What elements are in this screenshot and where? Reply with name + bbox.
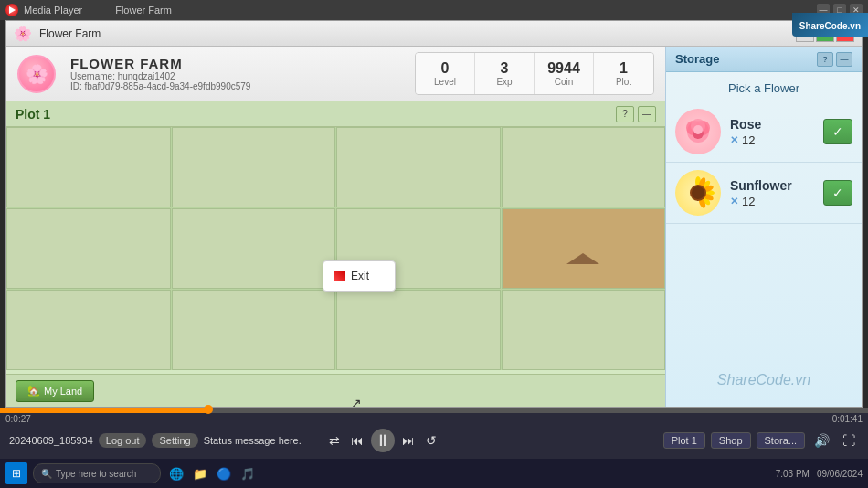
repeat-btn[interactable]: ↺ <box>422 431 440 450</box>
svg-marker-0 <box>9 6 16 14</box>
plot-cell-4[interactable] <box>502 127 666 207</box>
plot-area: Plot 1 ? — <box>6 101 665 407</box>
my-land-icon: 🏡 <box>27 385 40 397</box>
rose-num: 12 <box>742 133 755 147</box>
play-pause-btn[interactable]: ⏸ <box>371 429 395 452</box>
stat-level-value: 0 <box>441 60 450 77</box>
taskbar-time: 7:03 PM <box>776 469 810 479</box>
my-land-label: My Land <box>44 386 82 397</box>
progress-bar[interactable] <box>0 408 868 413</box>
rose-flower-item[interactable]: Rose ✕ 12 ✓ <box>666 101 862 163</box>
rose-count: ✕ 12 <box>730 133 814 147</box>
context-exit-item[interactable]: Exit <box>323 265 395 287</box>
stat-coin-value: 9944 <box>547 60 580 77</box>
rose-check-btn[interactable]: ✓ <box>823 119 852 144</box>
taskbar-search[interactable]: 🔍 Type here to search <box>33 463 161 483</box>
right-controls: Plot 1 Shop Stora... 🔊 ⛶ <box>663 431 859 450</box>
plot-question-btn[interactable]: ? <box>616 106 634 122</box>
stat-exp: 3 Exp <box>475 53 535 94</box>
storage-minimize-btn[interactable]: — <box>836 52 852 67</box>
game-container: 🌸 Flower Farm — □ ✕ 🌸 FLOWER FARM Userna… <box>5 20 863 408</box>
stat-exp-label: Exp <box>496 77 512 87</box>
player-name: FLOWER FARM <box>70 56 250 71</box>
stat-plot-label: Plot <box>616 77 631 87</box>
taskbar-search-icon: 🔍 <box>41 469 52 479</box>
taskbar-start-btn[interactable]: ⊞ <box>5 462 27 484</box>
plot-grid <box>6 127 665 370</box>
context-menu: Exit <box>323 260 396 292</box>
plot-cell-1[interactable] <box>6 127 171 207</box>
volume-btn[interactable]: 🔊 <box>810 431 833 450</box>
plot-cell-6[interactable] <box>172 208 336 289</box>
plot-minimize-btn[interactable]: — <box>638 106 656 122</box>
media-controls-area: 0:0:27 0:01:41 20240609_185934 Log out S… <box>0 408 868 459</box>
sunflower-flower-item[interactable]: Sunflower ✕ 12 ✓ <box>666 163 862 224</box>
plot-bottom-bar: 🏡 My Land <box>6 374 665 407</box>
taskbar-icon-explorer[interactable]: 📁 <box>190 463 210 483</box>
sunflower-details: Sunflower ✕ 12 <box>730 178 814 208</box>
next-btn[interactable]: ⏭ <box>398 431 418 450</box>
stat-coin: 9944 Coin <box>535 53 594 94</box>
shop-tab-btn[interactable]: Shop <box>711 432 751 449</box>
stat-plot-value: 1 <box>619 60 628 77</box>
taskbar: ⊞ 🔍 Type here to search 🌐 📁 🔵 🎵 7:03 PM … <box>0 459 868 488</box>
storage-header-buttons: ? — <box>817 52 852 67</box>
sunflower-count: ✕ 12 <box>730 195 814 208</box>
plot-header: Plot 1 ? — <box>6 101 665 127</box>
taskbar-search-placeholder: Type here to search <box>56 469 136 479</box>
my-land-btn[interactable]: 🏡 My Land <box>16 380 94 402</box>
progress-thumb <box>204 405 213 414</box>
storage-panel: Storage ? — Pick a Flower <box>665 47 862 407</box>
storage-title: Storage <box>675 52 719 66</box>
sharecode-overlay-text: ShareCode.vn <box>799 21 861 31</box>
media-player-label: Media Player <box>24 5 82 16</box>
taskbar-date: 09/06/2024 <box>817 469 863 479</box>
rose-name: Rose <box>730 117 814 132</box>
log-out-btn[interactable]: Log out <box>99 433 147 448</box>
fullscreen-btn[interactable]: ⛶ <box>839 431 859 450</box>
taskbar-icon-music[interactable]: 🎵 <box>238 463 258 483</box>
stat-level-label: Level <box>434 77 456 87</box>
stat-plot: 1 Plot <box>594 53 653 94</box>
game-title-tab: Flower Farm <box>115 5 172 16</box>
plot-cell-5[interactable] <box>6 208 171 289</box>
taskbar-icon-browser[interactable]: 🌐 <box>166 463 186 483</box>
stat-exp-value: 3 <box>501 60 509 77</box>
plot-cell-10[interactable] <box>172 290 336 370</box>
storage-question-btn[interactable]: ? <box>817 52 833 67</box>
game-title: Flower Farm <box>39 27 101 40</box>
plot-cell-8-soil[interactable] <box>502 208 666 289</box>
sunflower-check-mark: ✓ <box>832 186 843 200</box>
prev-btn[interactable]: ⏮ <box>347 431 367 450</box>
svg-point-6 <box>693 125 703 134</box>
time-labels: 0:0:27 0:01:41 <box>0 413 868 425</box>
plot-tab-btn[interactable]: Plot 1 <box>663 432 705 449</box>
svg-point-16 <box>692 186 704 199</box>
taskbar-app-icons: 🌐 📁 🔵 🎵 <box>166 463 258 483</box>
plot-cell-2[interactable] <box>172 127 336 207</box>
plot-cell-9[interactable] <box>6 290 171 370</box>
game-icon: 🌸 <box>14 25 32 42</box>
sunflower-svg <box>680 175 716 211</box>
storage-tab-btn[interactable]: Stora... <box>757 432 805 449</box>
sunflower-name: Sunflower <box>730 178 814 193</box>
sunflower-check-btn[interactable]: ✓ <box>823 180 852 206</box>
time-end: 0:01:41 <box>832 414 863 424</box>
plot-cell-3[interactable] <box>336 127 501 207</box>
media-player-outer: Media Player Flower Farm ShareCode.vn — … <box>0 0 868 488</box>
player-info: FLOWER FARM Username: hunqdzai1402 ID: f… <box>70 56 250 91</box>
rose-x-icon: ✕ <box>730 134 738 146</box>
sunflower-x-icon: ✕ <box>730 196 738 207</box>
shuffle-btn[interactable]: ⇄ <box>325 431 344 450</box>
player-avatar: 🌸 <box>17 55 56 93</box>
plot-cell-12[interactable] <box>502 290 666 370</box>
taskbar-icon-vscode[interactable]: 🔵 <box>214 463 234 483</box>
setting-btn[interactable]: Setting <box>152 433 197 448</box>
plot-cell-11[interactable] <box>336 290 501 370</box>
progress-fill <box>0 408 208 413</box>
stats-bar: 🌸 FLOWER FARM Username: hunqdzai1402 ID:… <box>6 47 665 101</box>
controls-row: 20240609_185934 Log out Setting Status m… <box>0 425 868 456</box>
rose-check-mark: ✓ <box>832 124 843 139</box>
storage-header: Storage ? — <box>666 47 862 72</box>
rose-svg <box>680 113 716 150</box>
